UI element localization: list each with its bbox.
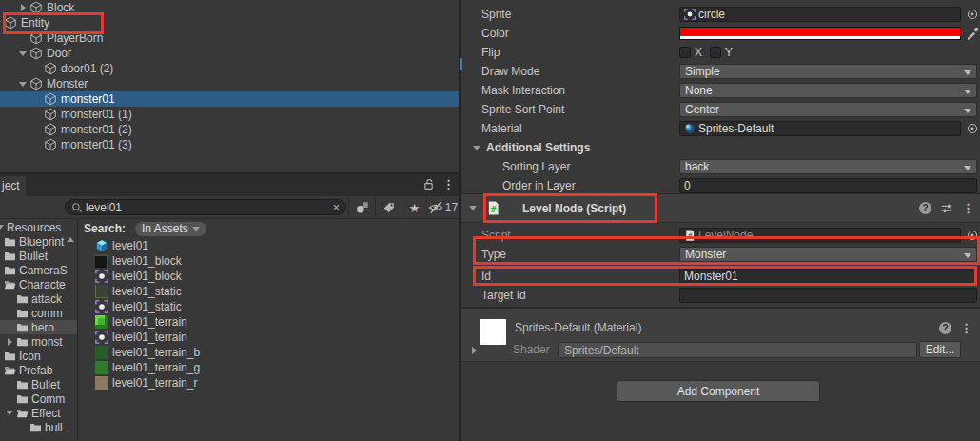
folder-item-hero-selected[interactable]: hero	[0, 320, 77, 334]
folder-label: Bullet	[19, 250, 48, 263]
target-id-input[interactable]	[679, 288, 977, 303]
folder-item-resources[interactable]: Resources	[0, 220, 77, 234]
asset-item[interactable]: level01_static	[79, 284, 459, 299]
draw-mode-dropdown[interactable]: Simple	[679, 64, 977, 79]
foldout-arrow-icon[interactable]	[473, 146, 480, 150]
hierarchy-item-monster01-selected[interactable]: monster01	[0, 91, 459, 107]
material-object-field[interactable]: Sprites-Default	[679, 121, 961, 136]
hierarchy-item-entity[interactable]: Entity	[0, 15, 459, 30]
order-in-layer-label: Order in Layer	[461, 179, 679, 192]
flip-y-checkbox[interactable]	[710, 47, 721, 58]
script-label: Script	[461, 229, 679, 242]
presets-icon[interactable]	[940, 202, 953, 215]
collapse-arrow-icon[interactable]	[16, 51, 29, 56]
folder-icon	[16, 308, 29, 318]
clear-search-icon[interactable]: ×	[332, 201, 340, 213]
project-toolbar: level01 × ★ 17	[0, 196, 459, 219]
expand-arrow-icon[interactable]	[16, 4, 29, 11]
color-swatch[interactable]	[679, 27, 961, 40]
folder-item-blueprint[interactable]: Blueprint	[0, 234, 77, 249]
folder-item-attack[interactable]: attack	[0, 291, 77, 306]
hidden-count: 17	[445, 201, 458, 214]
expand-arrow-icon[interactable]	[472, 347, 477, 354]
folder-item-bullet[interactable]: Bullet	[0, 249, 77, 263]
folder-item-cameras[interactable]: CameraS	[0, 263, 77, 277]
asset-item[interactable]: level01_terrain	[79, 314, 459, 330]
object-picker-icon[interactable]	[966, 122, 979, 135]
collapse-arrow-icon[interactable]	[3, 411, 16, 415]
component-menu-icon[interactable]: ⋮	[962, 201, 974, 215]
folder-label: attack	[31, 292, 62, 306]
asset-item[interactable]: level01	[79, 238, 459, 253]
folder-icon	[4, 351, 16, 361]
hierarchy-item-monster01-1[interactable]: monster01 (1)	[0, 107, 459, 122]
folder-item-prefab[interactable]: Prefab	[0, 363, 77, 377]
asset-item[interactable]: level01_block	[79, 253, 459, 269]
scroll-up-arrow[interactable]	[67, 224, 74, 237]
folder-label: CameraS	[19, 264, 68, 277]
texture-icon	[95, 254, 108, 268]
hierarchy-item-playerborn[interactable]: PlayerBorn	[0, 30, 459, 46]
hierarchy-item-monster01-2[interactable]: monster01 (2)	[0, 122, 459, 137]
mask-interaction-dropdown[interactable]: None	[679, 83, 977, 98]
asset-item[interactable]: level01_terrain	[79, 330, 459, 345]
hierarchy-item-monster[interactable]: Monster	[0, 76, 459, 91]
flip-x-checkbox[interactable]	[679, 47, 691, 58]
project-tab[interactable]: ject	[0, 176, 26, 196]
folder-item-bull[interactable]: bull	[0, 420, 77, 434]
folder-label: bull	[45, 421, 63, 434]
folder-item-icon[interactable]: Icon	[0, 349, 77, 363]
inspector-panel: Sprite circle Color Flip X Y Draw Mode S…	[459, 0, 980, 441]
script-object-field[interactable]: LevelNode	[679, 228, 961, 243]
asset-item[interactable]: level01_terrain_b	[79, 345, 459, 360]
level-node-component-header[interactable]: Level Node (Script) ? ⋮	[461, 193, 980, 223]
folder-open-icon	[4, 365, 16, 375]
type-label: Type	[461, 248, 679, 261]
sprite-object-field[interactable]: circle	[679, 7, 961, 22]
eyedropper-icon[interactable]	[966, 27, 979, 40]
folder-label: hero	[31, 321, 54, 334]
folder-item-comm2[interactable]: Comm	[0, 391, 77, 406]
expand-arrow-icon[interactable]	[3, 338, 16, 346]
id-input[interactable]: Monster01	[679, 269, 977, 284]
material-title: Sprites-Default (Material)	[515, 321, 641, 334]
hierarchy-item-door[interactable]: Door	[0, 46, 459, 61]
edit-shader-button[interactable]: Edit...	[919, 341, 961, 358]
add-component-button[interactable]: Add Component	[617, 380, 820, 402]
object-picker-icon[interactable]	[966, 8, 979, 21]
filter-by-label-button[interactable]	[375, 196, 402, 219]
asset-item[interactable]: level01_terrain_r	[79, 375, 459, 391]
folder-item-effect[interactable]: Effect	[0, 406, 77, 420]
hierarchy-item-block[interactable]: Block	[0, 0, 459, 15]
sorting-layer-dropdown[interactable]: back	[679, 159, 977, 174]
folder-item-monst[interactable]: monst	[0, 334, 77, 349]
help-icon[interactable]: ?	[939, 322, 951, 334]
asset-item[interactable]: level01_terrain_g	[79, 360, 459, 375]
asset-item[interactable]: level01_static	[79, 299, 459, 314]
shader-dropdown[interactable]: Sprites/Default	[558, 342, 917, 358]
folder-item-characters[interactable]: Characte	[0, 277, 77, 291]
filter-by-type-button[interactable]	[348, 196, 375, 219]
order-in-layer-input[interactable]: 0	[679, 178, 977, 193]
type-dropdown[interactable]: Monster	[679, 247, 977, 262]
search-scope-dropdown[interactable]: In Assets	[135, 222, 206, 236]
panel-menu-icon[interactable]: ⋮	[442, 177, 455, 191]
hierarchy-item-door01[interactable]: door01 (2)	[0, 61, 459, 76]
collapse-arrow-icon[interactable]	[16, 82, 29, 87]
sprite-icon	[684, 9, 696, 20]
help-icon[interactable]: ?	[919, 202, 931, 214]
search-input[interactable]: level01 ×	[65, 199, 346, 215]
folder-item-comm[interactable]: comm	[0, 306, 77, 320]
material-menu-icon[interactable]: ⋮	[960, 321, 972, 335]
foldout-arrow-icon[interactable]	[469, 206, 477, 210]
sprite-sort-point-dropdown[interactable]: Center	[679, 102, 977, 117]
lock-open-icon[interactable]	[422, 178, 435, 190]
favorites-button[interactable]: ★	[402, 196, 426, 219]
collapse-arrow-icon[interactable]	[0, 225, 7, 230]
folder-item-bullet2[interactable]: Bullet	[0, 377, 77, 391]
object-picker-icon[interactable]	[966, 229, 979, 242]
hierarchy-item-monster01-3[interactable]: monster01 (3)	[0, 137, 459, 152]
asset-item[interactable]: level01_block	[79, 269, 459, 284]
hidden-count-button[interactable]: 17	[426, 196, 459, 219]
additional-settings-header[interactable]: Additional Settings	[486, 141, 590, 154]
